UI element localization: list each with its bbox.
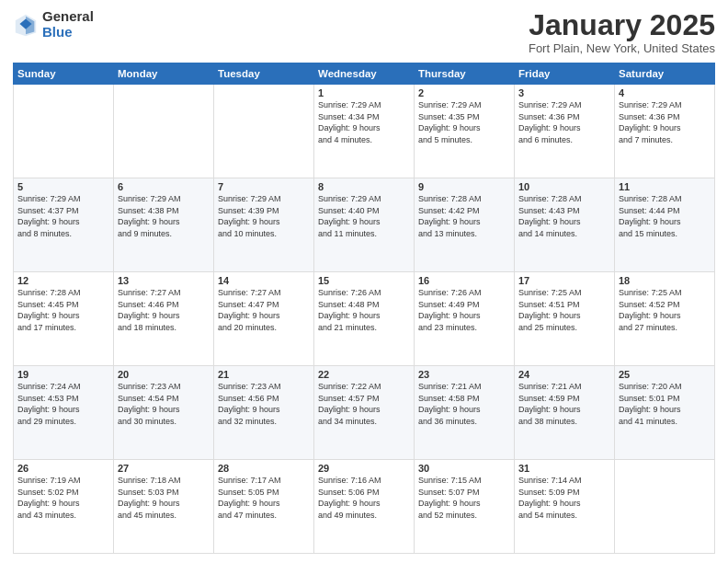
day-cell-0-4: 2Sunrise: 7:29 AM Sunset: 4:35 PM Daylig… — [415, 85, 515, 178]
header-tuesday: Tuesday — [214, 63, 314, 85]
day-number-1-4: 9 — [418, 181, 510, 192]
logo-text: General Blue — [42, 9, 94, 40]
day-info-4-0: Sunrise: 7:19 AM Sunset: 5:02 PM Dayligh… — [17, 475, 109, 521]
week-row-3: 19Sunrise: 7:24 AM Sunset: 4:53 PM Dayli… — [14, 366, 715, 460]
day-number-3-1: 20 — [118, 369, 210, 380]
day-number-2-1: 13 — [118, 275, 210, 286]
logo-icon — [13, 12, 39, 38]
day-info-1-1: Sunrise: 7:29 AM Sunset: 4:38 PM Dayligh… — [118, 193, 210, 239]
day-cell-4-3: 29Sunrise: 7:16 AM Sunset: 5:06 PM Dayli… — [314, 460, 415, 554]
day-number-0-3: 1 — [318, 87, 410, 98]
title-block: January 2025 Fort Plain, New York, Unite… — [529, 9, 715, 55]
day-cell-3-2: 21Sunrise: 7:23 AM Sunset: 4:56 PM Dayli… — [214, 366, 314, 460]
day-cell-1-2: 7Sunrise: 7:29 AM Sunset: 4:39 PM Daylig… — [214, 178, 314, 272]
day-cell-3-0: 19Sunrise: 7:24 AM Sunset: 4:53 PM Dayli… — [14, 366, 114, 460]
day-cell-0-6: 4Sunrise: 7:29 AM Sunset: 4:36 PM Daylig… — [615, 85, 715, 178]
day-info-2-4: Sunrise: 7:26 AM Sunset: 4:49 PM Dayligh… — [418, 287, 510, 333]
day-number-0-4: 2 — [418, 87, 510, 98]
day-info-4-4: Sunrise: 7:15 AM Sunset: 5:07 PM Dayligh… — [418, 475, 510, 521]
day-info-2-0: Sunrise: 7:28 AM Sunset: 4:45 PM Dayligh… — [17, 287, 109, 333]
header-wednesday: Wednesday — [314, 63, 415, 85]
day-cell-0-1 — [114, 85, 214, 178]
day-number-3-5: 24 — [518, 369, 610, 380]
day-info-0-6: Sunrise: 7:29 AM Sunset: 4:36 PM Dayligh… — [619, 99, 711, 145]
day-number-2-2: 14 — [218, 275, 310, 286]
day-number-4-4: 30 — [418, 463, 510, 474]
day-info-2-1: Sunrise: 7:27 AM Sunset: 4:46 PM Dayligh… — [118, 287, 210, 333]
day-info-4-5: Sunrise: 7:14 AM Sunset: 5:09 PM Dayligh… — [518, 475, 610, 521]
day-info-1-0: Sunrise: 7:29 AM Sunset: 4:37 PM Dayligh… — [17, 193, 109, 239]
day-number-0-6: 4 — [619, 87, 711, 98]
day-number-2-5: 17 — [518, 275, 610, 286]
day-number-4-0: 26 — [17, 463, 109, 474]
day-cell-0-3: 1Sunrise: 7:29 AM Sunset: 4:34 PM Daylig… — [314, 85, 415, 178]
page: General Blue January 2025 Fort Plain, Ne… — [0, 0, 728, 563]
day-info-3-0: Sunrise: 7:24 AM Sunset: 4:53 PM Dayligh… — [17, 381, 109, 427]
day-cell-3-5: 24Sunrise: 7:21 AM Sunset: 4:59 PM Dayli… — [515, 366, 615, 460]
day-cell-4-0: 26Sunrise: 7:19 AM Sunset: 5:02 PM Dayli… — [14, 460, 114, 554]
day-cell-2-0: 12Sunrise: 7:28 AM Sunset: 4:45 PM Dayli… — [14, 272, 114, 366]
location: Fort Plain, New York, United States — [529, 41, 715, 55]
day-info-1-3: Sunrise: 7:29 AM Sunset: 4:40 PM Dayligh… — [318, 193, 410, 239]
week-row-1: 5Sunrise: 7:29 AM Sunset: 4:37 PM Daylig… — [14, 178, 715, 272]
day-info-3-2: Sunrise: 7:23 AM Sunset: 4:56 PM Dayligh… — [218, 381, 310, 427]
day-number-1-2: 7 — [218, 181, 310, 192]
day-number-1-5: 10 — [518, 181, 610, 192]
month-title: January 2025 — [529, 9, 715, 41]
day-cell-2-4: 16Sunrise: 7:26 AM Sunset: 4:49 PM Dayli… — [415, 272, 515, 366]
logo: General Blue — [13, 9, 94, 40]
header-monday: Monday — [114, 63, 214, 85]
day-number-3-3: 22 — [318, 369, 410, 380]
day-number-4-2: 28 — [218, 463, 310, 474]
calendar-header-row: Sunday Monday Tuesday Wednesday Thursday… — [14, 63, 715, 85]
header-saturday: Saturday — [615, 63, 715, 85]
day-number-4-1: 27 — [118, 463, 210, 474]
day-info-1-2: Sunrise: 7:29 AM Sunset: 4:39 PM Dayligh… — [218, 193, 310, 239]
day-info-2-5: Sunrise: 7:25 AM Sunset: 4:51 PM Dayligh… — [518, 287, 610, 333]
day-info-3-4: Sunrise: 7:21 AM Sunset: 4:58 PM Dayligh… — [418, 381, 510, 427]
header-sunday: Sunday — [14, 63, 114, 85]
day-info-2-2: Sunrise: 7:27 AM Sunset: 4:47 PM Dayligh… — [218, 287, 310, 333]
day-cell-2-2: 14Sunrise: 7:27 AM Sunset: 4:47 PM Dayli… — [214, 272, 314, 366]
day-number-3-0: 19 — [17, 369, 109, 380]
day-cell-2-5: 17Sunrise: 7:25 AM Sunset: 4:51 PM Dayli… — [515, 272, 615, 366]
day-cell-1-3: 8Sunrise: 7:29 AM Sunset: 4:40 PM Daylig… — [314, 178, 415, 272]
day-cell-0-2 — [214, 85, 314, 178]
day-info-3-5: Sunrise: 7:21 AM Sunset: 4:59 PM Dayligh… — [518, 381, 610, 427]
day-number-3-4: 23 — [418, 369, 510, 380]
day-info-2-6: Sunrise: 7:25 AM Sunset: 4:52 PM Dayligh… — [619, 287, 711, 333]
day-number-3-6: 25 — [619, 369, 711, 380]
day-info-2-3: Sunrise: 7:26 AM Sunset: 4:48 PM Dayligh… — [318, 287, 410, 333]
day-cell-2-6: 18Sunrise: 7:25 AM Sunset: 4:52 PM Dayli… — [615, 272, 715, 366]
day-info-4-2: Sunrise: 7:17 AM Sunset: 5:05 PM Dayligh… — [218, 475, 310, 521]
day-number-2-4: 16 — [418, 275, 510, 286]
day-cell-1-5: 10Sunrise: 7:28 AM Sunset: 4:43 PM Dayli… — [515, 178, 615, 272]
day-number-3-2: 21 — [218, 369, 310, 380]
header-friday: Friday — [515, 63, 615, 85]
day-info-3-6: Sunrise: 7:20 AM Sunset: 5:01 PM Dayligh… — [619, 381, 711, 427]
header-thursday: Thursday — [415, 63, 515, 85]
day-cell-1-1: 6Sunrise: 7:29 AM Sunset: 4:38 PM Daylig… — [114, 178, 214, 272]
day-cell-4-2: 28Sunrise: 7:17 AM Sunset: 5:05 PM Dayli… — [214, 460, 314, 554]
day-cell-4-6 — [615, 460, 715, 554]
day-info-4-1: Sunrise: 7:18 AM Sunset: 5:03 PM Dayligh… — [118, 475, 210, 521]
day-number-0-5: 3 — [518, 87, 610, 98]
logo-general: General — [42, 9, 94, 25]
day-number-2-0: 12 — [17, 275, 109, 286]
day-info-3-1: Sunrise: 7:23 AM Sunset: 4:54 PM Dayligh… — [118, 381, 210, 427]
day-number-1-1: 6 — [118, 181, 210, 192]
day-number-2-6: 18 — [619, 275, 711, 286]
day-number-1-3: 8 — [318, 181, 410, 192]
day-number-4-3: 29 — [318, 463, 410, 474]
day-info-0-5: Sunrise: 7:29 AM Sunset: 4:36 PM Dayligh… — [518, 99, 610, 145]
logo-blue: Blue — [42, 25, 94, 40]
calendar-table: Sunday Monday Tuesday Wednesday Thursday… — [13, 63, 715, 554]
day-cell-4-1: 27Sunrise: 7:18 AM Sunset: 5:03 PM Dayli… — [114, 460, 214, 554]
day-cell-3-4: 23Sunrise: 7:21 AM Sunset: 4:58 PM Dayli… — [415, 366, 515, 460]
day-cell-2-1: 13Sunrise: 7:27 AM Sunset: 4:46 PM Dayli… — [114, 272, 214, 366]
day-info-3-3: Sunrise: 7:22 AM Sunset: 4:57 PM Dayligh… — [318, 381, 410, 427]
day-cell-2-3: 15Sunrise: 7:26 AM Sunset: 4:48 PM Dayli… — [314, 272, 415, 366]
header: General Blue January 2025 Fort Plain, Ne… — [13, 9, 715, 55]
day-cell-3-3: 22Sunrise: 7:22 AM Sunset: 4:57 PM Dayli… — [314, 366, 415, 460]
day-info-1-5: Sunrise: 7:28 AM Sunset: 4:43 PM Dayligh… — [518, 193, 610, 239]
